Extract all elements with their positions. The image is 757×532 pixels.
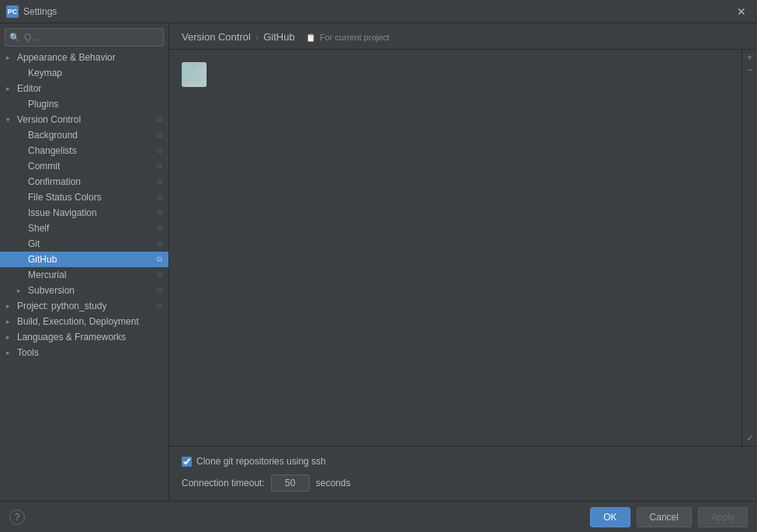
sidebar-item-file-status-colors[interactable]: File Status Colors⧉	[0, 190, 168, 205]
content-body-wrapper: + − ✓	[169, 50, 757, 446]
sidebar-item-project[interactable]: ▸Project: python_study⧉	[0, 298, 168, 314]
footer: ? OK Cancel Apply	[0, 501, 757, 532]
svg-rect-3	[194, 75, 207, 87]
sidebar-item-label: Plugins	[28, 99, 162, 110]
close-button[interactable]: ✕	[732, 4, 751, 19]
scroll-controls: + − ✓	[741, 50, 757, 446]
sidebar-item-label: Tools	[17, 347, 162, 358]
sidebar-item-subversion[interactable]: ▸Subversion⧉	[0, 283, 168, 298]
sidebar-item-label: Build, Execution, Deployment	[17, 316, 162, 327]
chevron-icon: ▸	[6, 302, 14, 310]
sidebar-item-label: Languages & Frameworks	[17, 332, 162, 342]
sidebar-item-label: Subversion	[28, 285, 154, 296]
sidebar-item-label: GitHub	[28, 254, 154, 265]
search-box: 🔍	[5, 28, 164, 47]
sidebar-item-background[interactable]: Background⧉	[0, 127, 168, 143]
copy-icon: ⧉	[157, 301, 162, 311]
sidebar-item-appearance[interactable]: ▸Appearance & Behavior	[0, 50, 168, 65]
copy-icon: ⧉	[157, 239, 162, 249]
sidebar-item-label: Appearance & Behavior	[17, 52, 162, 63]
connection-timeout-unit: seconds	[316, 478, 351, 489]
content-bottom: Clone git repositories using ssh Connect…	[169, 446, 757, 501]
search-input[interactable]	[5, 28, 164, 47]
sidebar-item-label: Commit	[28, 161, 154, 172]
content-area: Version Control › GitHub 📋 For current p…	[169, 23, 757, 501]
app-icon: PC	[6, 5, 19, 18]
sidebar-item-label: Editor	[17, 83, 162, 94]
copy-icon: ⧉	[157, 177, 162, 186]
chevron-icon: ▸	[6, 85, 14, 92]
help-button[interactable]: ?	[9, 509, 25, 525]
avatar-svg	[182, 62, 207, 87]
sidebar: 🔍 ▸Appearance & BehaviorKeymap▸EditorPlu…	[0, 23, 169, 501]
chevron-icon: ▸	[6, 318, 14, 325]
sidebar-item-build-execution[interactable]: ▸Build, Execution, Deployment	[0, 314, 168, 329]
sidebar-item-version-control[interactable]: ▾Version Control⧉	[0, 112, 168, 127]
svg-rect-0	[182, 62, 194, 75]
sidebar-item-label: Confirmation	[28, 176, 154, 187]
sidebar-item-plugins[interactable]: Plugins	[0, 96, 168, 112]
sidebar-item-label: Keymap	[28, 68, 162, 78]
sidebar-item-label: Issue Navigation	[28, 207, 154, 218]
sidebar-item-tools[interactable]: ▸Tools	[0, 345, 168, 360]
connection-timeout-input[interactable]	[271, 475, 310, 492]
avatar	[182, 62, 207, 87]
sidebar-item-github[interactable]: GitHub⧉	[0, 252, 168, 267]
add-account-button[interactable]: +	[745, 51, 754, 64]
sidebar-group: ▸Appearance & BehaviorKeymap▸EditorPlugi…	[0, 50, 168, 360]
copy-icon: ⧉	[157, 286, 162, 295]
check-button[interactable]: ✓	[745, 432, 755, 444]
search-icon: 🔍	[9, 33, 20, 43]
copy-icon: ⧉	[157, 146, 162, 155]
sidebar-item-confirmation[interactable]: Confirmation⧉	[0, 174, 168, 190]
connection-timeout-row: Connection timeout: seconds	[182, 475, 745, 492]
copy-icon: ⧉	[157, 162, 162, 171]
account-name	[213, 69, 215, 80]
sidebar-item-label: File Status Colors	[28, 192, 154, 203]
copy-icon: ⧉	[157, 208, 162, 217]
breadcrumb-current: GitHub	[263, 31, 294, 43]
sidebar-item-label: Changelists	[28, 145, 154, 156]
copy-icon: ⧉	[157, 270, 162, 280]
main-layout: 🔍 ▸Appearance & BehaviorKeymap▸EditorPlu…	[0, 23, 757, 501]
project-icon: 📋	[306, 33, 315, 42]
footer-left: ?	[9, 509, 25, 525]
footer-right: OK Cancel Apply	[590, 507, 748, 527]
sidebar-item-changelists[interactable]: Changelists⧉	[0, 143, 168, 158]
sidebar-item-label: Version Control	[17, 114, 154, 125]
sidebar-item-issue-navigation[interactable]: Issue Navigation⧉	[0, 205, 168, 221]
clone-ssh-label[interactable]: Clone git repositories using ssh	[196, 456, 326, 467]
sidebar-item-editor[interactable]: ▸Editor	[0, 81, 168, 96]
content-header: Version Control › GitHub 📋 For current p…	[169, 23, 757, 50]
copy-icon: ⧉	[157, 193, 162, 202]
cancel-button[interactable]: Cancel	[637, 507, 692, 527]
clone-ssh-row: Clone git repositories using ssh	[182, 456, 745, 467]
apply-button[interactable]: Apply	[698, 507, 748, 527]
ok-button[interactable]: OK	[590, 507, 630, 527]
sidebar-item-label: Git	[28, 238, 154, 249]
svg-rect-1	[194, 62, 207, 75]
copy-icon: ⧉	[157, 224, 162, 233]
remove-account-button[interactable]: −	[745, 64, 754, 76]
avatar-image	[182, 62, 207, 87]
sidebar-item-mercurial[interactable]: Mercurial⧉	[0, 267, 168, 283]
sidebar-item-languages[interactable]: ▸Languages & Frameworks	[0, 329, 168, 345]
sidebar-item-shelf[interactable]: Shelf⧉	[0, 221, 168, 236]
copy-icon: ⧉	[157, 130, 162, 140]
account-entry	[182, 59, 735, 90]
sidebar-item-label: Mercurial	[28, 269, 154, 280]
svg-rect-2	[182, 75, 194, 87]
copy-icon: ⧉	[157, 115, 162, 124]
sidebar-item-label: Project: python_study	[17, 301, 154, 311]
sidebar-item-label: Shelf	[28, 223, 154, 234]
sidebar-item-commit[interactable]: Commit⧉	[0, 158, 168, 174]
breadcrumb-separator: ›	[255, 31, 259, 43]
chevron-icon: ▸	[6, 349, 14, 356]
clone-ssh-checkbox[interactable]	[182, 457, 192, 467]
copy-icon: ⧉	[157, 255, 162, 264]
sidebar-item-keymap[interactable]: Keymap	[0, 65, 168, 81]
chevron-icon: ▸	[17, 287, 25, 294]
window-title: Settings	[23, 6, 732, 17]
chevron-icon: ▾	[6, 116, 14, 123]
sidebar-item-git[interactable]: Git⧉	[0, 236, 168, 252]
